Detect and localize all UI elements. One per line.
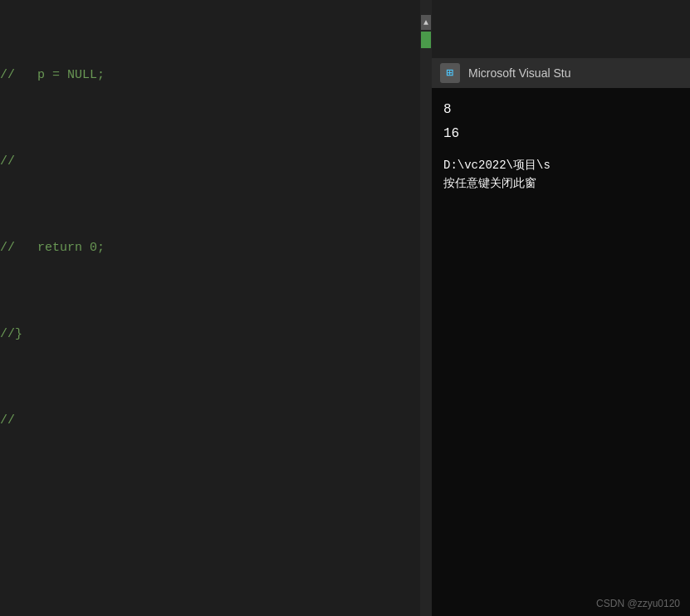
terminal-output-2: 16 [443,122,678,146]
code-line-4: //} [0,324,432,345]
terminal-path: D:\vc2022\项目\s 按任意键关闭此窗 [443,156,678,193]
code-editor: // p = NULL; // // return 0; //} // −uni… [0,0,432,616]
scroll-up-arrow[interactable]: ▲ [421,15,431,30]
terminal-panel: ⊞ Microsoft Visual Stu 8 16 D:\vc2022\项目… [432,58,690,616]
scrollbar-thumb[interactable] [421,32,431,48]
code-content: // p = NULL; // // return 0; //} // −uni… [0,0,432,616]
code-line-7 [0,561,432,583]
terminal-titlebar: ⊞ Microsoft Visual Stu [432,58,690,88]
code-line-6 [0,496,432,518]
terminal-content: 8 16 D:\vc2022\项目\s 按任意键关闭此窗 [432,88,690,203]
code-line-5: // [0,410,432,432]
terminal-output-1: 8 [443,98,678,122]
terminal-title: Microsoft Visual Stu [468,65,570,82]
watermark: CSDN @zzyu0120 [596,598,680,609]
terminal-icon: ⊞ [440,63,460,83]
code-line-1: // p = NULL; [0,65,432,86]
scrollbar-track: ▲ [420,0,432,616]
code-line-2: // [0,151,432,173]
code-line-3: // return 0; [0,237,432,259]
